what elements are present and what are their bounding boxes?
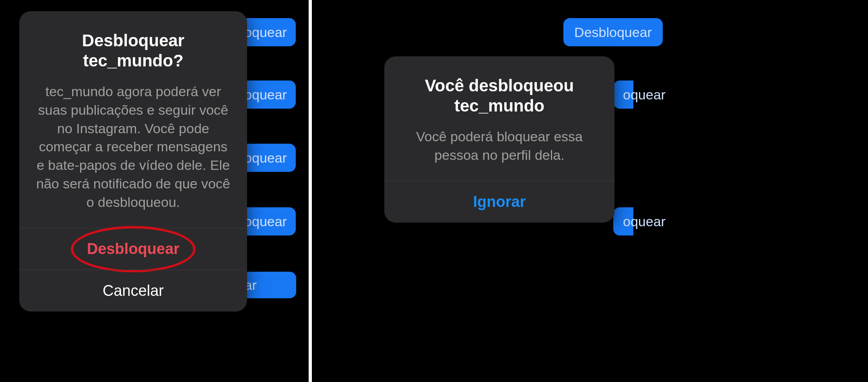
unblock-button[interactable]: oquear [245,18,296,46]
unblock-button[interactable]: oquear [245,144,296,172]
button-label: oquear [244,150,287,166]
unblock-confirm-dialog: Desbloquear tec_mundo? tec_mundo agora p… [19,11,247,312]
unblock-button[interactable]: oquear [613,81,633,109]
button-label: Ignorar [473,193,526,210]
dialog-body: tec_mundo agora poderá ver suas publicaç… [34,83,233,212]
button-label: oquear [623,214,666,229]
unblock-button[interactable]: oquear [245,81,296,109]
button-label: Cancelar [103,282,164,299]
dialog-content: Desbloquear tec_mundo? tec_mundo agora p… [19,11,247,228]
button-label: oquear [623,87,666,103]
unblock-button[interactable]: oquear [613,207,633,235]
unblock-confirm-button[interactable]: Desbloquear [19,228,247,270]
unblock-button[interactable]: Desbloquear [563,18,663,46]
dialog-title: Você desbloqueou tec_mundo [399,76,600,116]
button-label: Desbloquear [87,240,179,257]
screenshot-right: Desbloquear oquear oquear Você desbloque… [312,0,865,382]
dismiss-button[interactable]: Ignorar [384,181,614,223]
dialog-content: Você desbloqueou tec_mundo Você poderá b… [384,56,614,181]
dialog-body: Você poderá bloquear essa pessoa no perf… [399,128,600,165]
dialog-actions: Ignorar [384,181,614,223]
screenshot-left: oquear oquear oquear oquear oquear Desbl… [0,0,312,382]
button-label: oquear [244,87,287,103]
cancel-button[interactable]: Cancelar [19,270,247,312]
button-label: oquear [244,214,287,229]
dialog-title: Desbloquear tec_mundo? [34,31,233,71]
button-label: Desbloquear [574,25,652,40]
button-label: oquear [244,25,287,40]
unblock-button[interactable]: oquear [245,207,296,235]
dialog-actions: Desbloquear Cancelar [19,228,247,312]
unblock-success-dialog: Você desbloqueou tec_mundo Você poderá b… [384,56,614,223]
